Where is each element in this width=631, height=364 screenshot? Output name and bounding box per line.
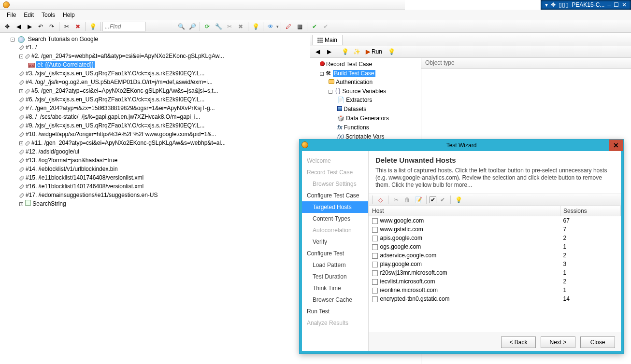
check-green-icon[interactable]: ✔ [309,21,320,32]
marker-icon[interactable]: 🖊 [283,21,294,32]
bulb3-icon[interactable]: 💡 [340,46,350,57]
undo-icon[interactable]: ↶ [35,21,46,32]
collapse-icon[interactable]: - [11,38,14,42]
host-name[interactable]: play.google.com [380,261,422,267]
delete-icon[interactable]: ✖ [72,21,83,32]
nav-configure-tc[interactable]: Configure Test Case [302,190,368,201]
host-checkbox[interactable] [372,218,378,224]
tree-src[interactable]: Source Variables [342,88,386,95]
tree-build[interactable]: Build Test Case [333,70,375,77]
tree-root-label[interactable]: Search Tutorials on Google [28,36,98,42]
request-item[interactable]: #15. /ie11blocklist/1401746408/versionli… [26,174,143,181]
bulb-icon[interactable]: 💡 [87,21,98,32]
nav-analyze[interactable]: Analyze Results [302,317,368,329]
request-item[interactable]: #2. /gen_204?s=webhp&t=aft&atyp=csi&ei=A… [31,53,224,59]
wizard-titlebar[interactable]: Test Wizard ✕ [300,140,623,151]
edit-hosts-icon[interactable]: 📝 [414,195,423,205]
request-item[interactable]: #9. /xjs/_/js/k=xjs.s.en_US.qRrqZFao1kY.… [26,122,204,129]
nav-think-time[interactable]: Think Time [302,282,368,294]
delete-hosts-icon[interactable]: 🗑 [402,195,412,205]
nav-test-duration[interactable]: Test Duration [302,271,368,282]
nav-browser-cache[interactable]: Browser Cache [302,294,368,306]
cut-hosts-icon[interactable]: ✂ [391,195,401,205]
preselect-icon[interactable]: ◇ [375,195,385,205]
cut-icon[interactable]: ✂ [61,21,72,32]
host-name[interactable]: iecvlist.microsoft.com [380,278,435,285]
request-item[interactable]: #14. /ieblocklist/v1/urlblockindex.bin [26,166,118,172]
searchstring-node[interactable]: SearchString [32,200,66,207]
nav-content-types[interactable]: Content-Types [302,213,368,224]
move-session-icon[interactable]: ✥ [2,21,13,32]
inspect-icon[interactable]: 🔧 [213,21,224,32]
tree-functions[interactable]: Functions [344,124,369,131]
expander-icon[interactable]: + [19,202,23,206]
zoom-in-icon[interactable]: 🔍 [176,21,186,32]
host-name[interactable]: ogs.google.com [380,243,421,250]
host-name[interactable]: encrypted-tbn0.gstatic.com [380,295,450,302]
col-sessions[interactable]: Sessions [560,206,620,216]
request-item[interactable]: #16. /ie11blocklist/1401746408/versionli… [26,183,143,190]
bulb4-icon[interactable]: 💡 [386,46,397,57]
nav-autocorrelation[interactable]: Autocorrelation [302,224,368,236]
close-button[interactable]: Close [580,336,615,348]
nav-targeted-hosts[interactable]: Targeted Hosts [302,201,368,213]
nav-run-test[interactable]: Run Test [302,306,368,317]
wizard-close-button[interactable]: ✕ [609,140,623,151]
nav-welcome[interactable]: Welcome [302,155,368,167]
tree-record[interactable]: Record Test Case [326,61,372,68]
find-input[interactable] [102,22,146,31]
host-name[interactable]: apis.google.com [380,235,422,241]
uncheck-all-icon[interactable]: ✔ [438,195,447,205]
host-checkbox[interactable] [372,270,378,276]
request-item[interactable]: #13. /log?format=json&hasfast=true [26,157,117,164]
table-icon[interactable]: ▦ [294,21,305,32]
check-all-icon[interactable]: ✔ [430,196,436,203]
request-item[interactable]: #17. /iedomainsuggestions/ie11/suggestio… [26,192,158,198]
request-item[interactable]: #10. /widget/app/so?origin=https%3A%2F%2… [26,131,216,138]
nav-configure-test[interactable]: Configure Test [302,248,368,259]
nav-load-pattern[interactable]: Load Pattern [302,259,368,271]
host-checkbox[interactable] [372,244,378,250]
nav-record[interactable]: Record Test Case [302,167,368,178]
menu-help[interactable]: Help [59,11,79,19]
refresh-icon[interactable]: ⟳ [202,21,213,32]
menu-edit[interactable]: Edit [20,11,38,19]
host-name[interactable]: r20swj13mr.microsoft.com [380,269,447,276]
host-checkbox[interactable] [372,253,378,259]
maximize-icon[interactable]: ☐ [614,1,619,8]
selected-subnode[interactable]: ei: {{Auto-Correlated}} [36,61,95,68]
expander-icon[interactable]: + [19,141,23,145]
back-icon[interactable]: ◀ [13,21,24,32]
nav-browser[interactable]: Browser Settings [302,178,368,190]
host-checkbox[interactable] [372,296,378,302]
minimize-icon[interactable]: – [607,1,611,8]
menu-chevron-icon[interactable]: ▾ [545,1,548,8]
request-item[interactable]: #12. /adsid/google/ui [26,148,79,155]
forward-icon[interactable]: ▶ [24,21,35,32]
tab-main[interactable]: Main [312,35,343,45]
host-checkbox[interactable] [372,288,378,294]
next-button[interactable]: Next > [541,336,575,348]
clear-icon[interactable]: ✂ [224,21,235,32]
request-item[interactable]: #1. / [26,44,37,51]
tree-datagen[interactable]: Data Generators [346,115,389,122]
col-host[interactable]: Host [369,206,560,216]
close-window-icon[interactable]: ✕ [622,1,627,8]
check-pale-icon[interactable]: ✔ [320,21,331,32]
wand-icon[interactable]: ✨ [351,46,362,57]
expander-icon[interactable]: + [19,89,23,93]
expander-icon[interactable]: - [320,72,324,76]
back-button[interactable]: < Back [501,336,536,348]
request-item[interactable]: #7. /gen_204?atyp=i&zx=1586338819829&ogs… [26,105,215,112]
host-name[interactable]: www.google.com [380,217,424,224]
host-name[interactable]: adservice.google.com [380,252,437,259]
expander-icon[interactable]: - [19,55,23,58]
request-item[interactable]: #3. /xjs/_/js/k=xjs.s.en_US.qRrqZFao1kY.… [26,70,204,77]
request-item[interactable]: #11. /gen_204?atyp=csi&ei=ApyNXo2EKonc-g… [31,140,226,146]
request-item[interactable]: #8. /_/scs/abc-static/_/js/k=gapi.gapi.e… [26,113,201,120]
eye-icon[interactable]: 👁 [265,21,276,32]
tree-datasets[interactable]: Datasets [344,106,366,112]
menu-file[interactable]: File [3,11,20,19]
host-checkbox[interactable] [372,262,378,267]
request-item[interactable]: #6. /xjs/_/js/k=xjs.s.en_US.qRrqZFao1kY.… [26,96,204,103]
